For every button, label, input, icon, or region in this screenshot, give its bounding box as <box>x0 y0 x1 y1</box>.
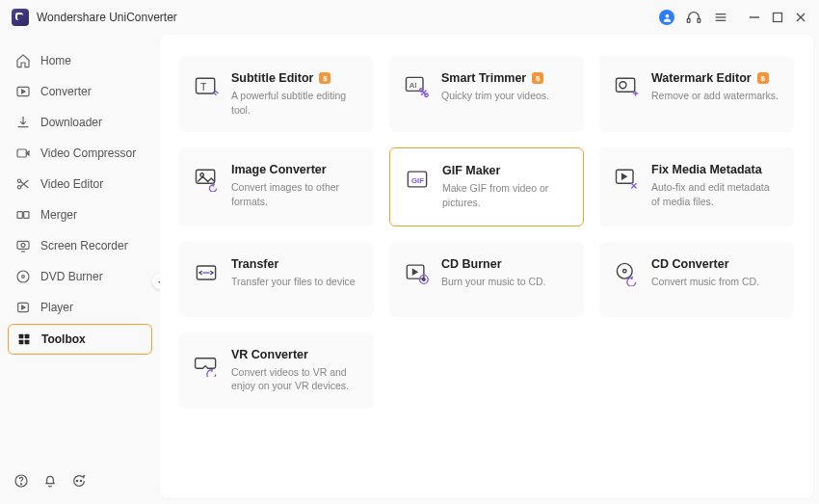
recorder-icon <box>15 238 31 253</box>
svg-rect-14 <box>17 212 22 219</box>
card-desc: Convert music from CD. <box>651 275 780 289</box>
card-gif-maker[interactable]: GIF GIF Maker Make GIF from video or pic… <box>389 147 584 225</box>
svg-point-26 <box>20 484 21 485</box>
vr-icon <box>193 350 220 377</box>
sidebar-item-toolbox[interactable]: Toolbox <box>8 324 152 355</box>
content-panel: T Subtitle Editor$ A powerful subtitle e… <box>160 35 813 498</box>
sidebar-item-screen-recorder[interactable]: Screen Recorder <box>8 231 152 260</box>
sidebar-item-video-editor[interactable]: Video Editor <box>8 170 152 199</box>
home-icon <box>15 53 31 68</box>
svg-rect-24 <box>25 340 30 345</box>
help-icon[interactable] <box>13 473 29 489</box>
sidebar-item-label: Converter <box>40 85 92 98</box>
scissors-icon <box>15 176 31 192</box>
card-subtitle-editor[interactable]: T Subtitle Editor$ A powerful subtitle e… <box>179 56 374 132</box>
card-desc: Remove or add watermarks. <box>651 89 780 103</box>
app-logo-icon <box>12 9 29 26</box>
card-cd-burner[interactable]: CD Burner Burn your music to CD. <box>389 242 584 317</box>
svg-rect-16 <box>17 241 29 249</box>
sidebar-item-label: DVD Burner <box>40 270 103 283</box>
svg-point-0 <box>665 13 669 17</box>
svg-rect-2 <box>698 18 700 22</box>
card-desc: Transfer your files to device <box>231 275 360 289</box>
card-title: Smart Trimmer <box>441 71 526 85</box>
svg-rect-7 <box>774 13 782 22</box>
image-icon <box>193 165 220 192</box>
svg-text:AI: AI <box>410 81 416 90</box>
transfer-icon <box>193 259 220 286</box>
watermark-icon <box>613 73 640 100</box>
svg-point-28 <box>80 480 81 481</box>
sidebar-item-label: Video Editor <box>40 177 103 191</box>
trimmer-icon: AI <box>403 73 430 100</box>
pro-badge-icon: $ <box>319 72 330 84</box>
card-image-converter[interactable]: Image Converter Convert images to other … <box>179 147 374 225</box>
sidebar-item-converter[interactable]: Converter <box>8 77 152 106</box>
card-title: Image Converter <box>231 163 327 176</box>
card-title: Watermark Editor <box>651 71 752 85</box>
sidebar-item-label: Home <box>40 54 71 67</box>
headset-icon[interactable] <box>686 10 701 25</box>
metadata-icon <box>613 165 640 192</box>
card-transfer[interactable]: Transfer Transfer your files to device <box>179 242 374 317</box>
cd-burner-icon <box>403 259 430 286</box>
card-title: VR Converter <box>231 348 308 361</box>
svg-rect-22 <box>25 334 30 339</box>
disc-icon <box>15 269 31 284</box>
sidebar-item-dvd-burner[interactable]: DVD Burner <box>8 262 152 291</box>
svg-point-46 <box>617 263 632 279</box>
svg-point-18 <box>17 271 29 282</box>
tools-grid: T Subtitle Editor$ A powerful subtitle e… <box>179 56 794 409</box>
card-title: CD Converter <box>651 257 729 271</box>
svg-point-36 <box>620 82 626 89</box>
feedback-icon[interactable] <box>71 473 87 489</box>
pro-badge-icon: $ <box>757 72 769 84</box>
card-title: CD Burner <box>441 257 502 271</box>
sidebar-item-downloader[interactable]: Downloader <box>8 108 152 137</box>
bell-icon[interactable] <box>42 473 58 489</box>
top-actions <box>659 10 807 25</box>
card-title: GIF Maker <box>442 164 500 177</box>
user-avatar-icon[interactable] <box>659 10 674 25</box>
sidebar-item-label: Player <box>40 301 73 314</box>
titlebar: Wondershare UniConverter <box>0 0 819 35</box>
compress-icon <box>15 146 31 161</box>
svg-point-47 <box>623 269 627 273</box>
window-close-button[interactable] <box>794 11 807 24</box>
card-desc: Convert images to other formats. <box>231 180 360 208</box>
card-vr-converter[interactable]: VR Converter Convert videos to VR and en… <box>179 332 374 409</box>
menu-icon[interactable] <box>713 10 728 25</box>
card-desc: Quicky trim your videos. <box>441 89 570 103</box>
card-watermark-editor[interactable]: Watermark Editor$ Remove or add watermar… <box>599 56 794 132</box>
svg-rect-1 <box>687 18 690 22</box>
svg-point-45 <box>423 278 426 280</box>
svg-rect-15 <box>24 212 29 219</box>
sidebar-item-home[interactable]: Home <box>8 46 152 75</box>
card-title: Transfer <box>231 257 278 271</box>
card-cd-converter[interactable]: CD Converter Convert music from CD. <box>599 242 794 317</box>
merger-icon <box>15 207 31 223</box>
card-title: Subtitle Editor <box>231 71 313 85</box>
play-icon <box>15 300 31 315</box>
cd-converter-icon <box>613 259 640 286</box>
sidebar-item-label: Merger <box>40 208 77 222</box>
sidebar: Home Converter Downloader Video Compress… <box>0 35 160 504</box>
sidebar-item-label: Video Compressor <box>40 146 136 160</box>
svg-rect-21 <box>19 334 24 339</box>
pro-badge-icon: $ <box>532 72 543 84</box>
window-minimize-button[interactable] <box>748 11 761 24</box>
svg-text:GIF: GIF <box>411 176 424 185</box>
sidebar-item-label: Downloader <box>40 116 102 129</box>
sidebar-item-player[interactable]: Player <box>8 293 152 322</box>
sidebar-item-merger[interactable]: Merger <box>8 200 152 229</box>
app-title: Wondershare UniConverter <box>37 11 177 24</box>
card-desc: A powerful subtitle editing tool. <box>231 89 360 117</box>
card-desc: Make GIF from video or pictures. <box>442 181 569 209</box>
svg-point-19 <box>22 276 25 279</box>
sidebar-item-video-compressor[interactable]: Video Compressor <box>8 139 152 168</box>
svg-point-17 <box>21 243 25 247</box>
card-desc: Auto-fix and edit metadata of media file… <box>651 180 780 208</box>
card-smart-trimmer[interactable]: AI Smart Trimmer$ Quicky trim your video… <box>389 56 584 132</box>
card-fix-metadata[interactable]: Fix Media Metadata Auto-fix and edit met… <box>599 147 794 225</box>
window-maximize-button[interactable] <box>771 11 784 24</box>
